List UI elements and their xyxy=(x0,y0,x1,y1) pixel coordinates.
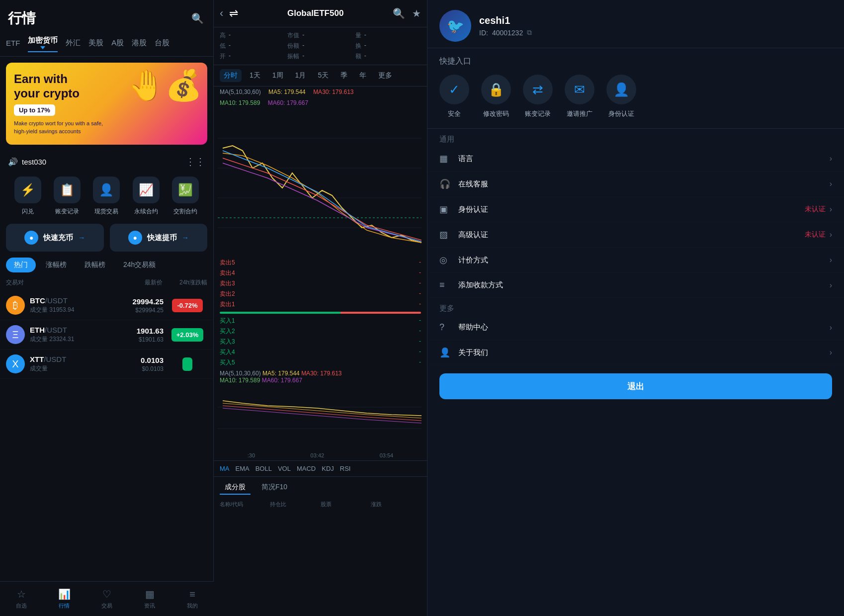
stat-col-3: 量 - 换 - 额 - xyxy=(355,31,421,61)
promo-banner[interactable]: Earn withyour crypto Up to 17% Make cryp… xyxy=(6,63,207,145)
menu-help[interactable]: ? 帮助中心 › xyxy=(427,315,844,340)
watchlist-menu-icon[interactable]: ⋮⋮ xyxy=(185,156,205,168)
flash-swap-icon: ⚡ xyxy=(14,176,41,203)
change-password-icon: 🔒 xyxy=(481,75,511,104)
menu-advanced-verify[interactable]: ▨ 高级认证 未认证 › xyxy=(427,222,844,248)
market-tab-hot[interactable]: 热门 xyxy=(6,258,36,272)
identity-icon: 👤 xyxy=(606,75,636,104)
ma5-label: MA5: 179.544 xyxy=(268,88,306,95)
sell-row-4: 卖出4 - xyxy=(220,268,421,278)
swap-icon[interactable]: ⇌ xyxy=(229,7,238,20)
indicator-ma[interactable]: MA xyxy=(220,465,230,472)
quick-deposit-button[interactable]: ● 快速充币 → xyxy=(6,224,104,252)
buy-2-value: - xyxy=(419,327,421,336)
eth-logo: Ξ xyxy=(6,325,25,344)
chart-tab-minute[interactable]: 分时 xyxy=(220,69,242,82)
chart-tab-year[interactable]: 年 xyxy=(355,69,370,82)
tab-hk-stock[interactable]: 港股 xyxy=(132,36,147,50)
indicator-boll[interactable]: BOLL xyxy=(255,465,272,472)
tab-forex[interactable]: 外汇 xyxy=(66,36,81,50)
tab-tw-stock[interactable]: 台股 xyxy=(155,36,169,50)
action-perpetual[interactable]: 📈 永续合约 xyxy=(133,176,160,216)
sell-4-label: 卖出4 xyxy=(220,269,235,277)
chart-tab-quarter[interactable]: 季 xyxy=(337,69,351,82)
list-item-btc[interactable]: ₿ BTC/USDT 成交量 31953.94 29994.25 $29994.… xyxy=(0,291,213,320)
indicator-macd[interactable]: MACD xyxy=(297,465,316,472)
menu-pricing[interactable]: ◎ 计价方式 › xyxy=(427,248,844,273)
menu-customer-service[interactable]: 🎧 在线客服 › xyxy=(427,172,844,197)
fund-col-stock: 股票 xyxy=(321,501,371,508)
about-label: 关于我们 xyxy=(458,348,830,357)
mid-header-icons: 🔍 ★ xyxy=(393,7,421,19)
id-verify-label: 身份认证 xyxy=(458,205,805,214)
left-nav-mine[interactable]: ≡ 我的 xyxy=(171,585,214,614)
xtt-info: XTT/USDT 成交量 xyxy=(30,355,114,373)
time-label-2: 03:42 xyxy=(311,452,325,458)
tab-crypto[interactable]: 加密货币 xyxy=(28,34,58,52)
indicator-vol[interactable]: VOL xyxy=(278,465,291,472)
tab-etf[interactable]: ETF xyxy=(6,37,20,49)
chart-tab-1m[interactable]: 1月 xyxy=(291,69,310,82)
tab-us-stock[interactable]: 美股 xyxy=(88,36,103,50)
time-axis: :30 03:42 03:54 xyxy=(214,450,427,460)
quick-withdraw-button[interactable]: ● 快速提币 → xyxy=(110,224,208,252)
ma10-label: MA10: 179.589 xyxy=(220,99,260,106)
copy-icon[interactable]: ⧉ xyxy=(527,28,532,37)
order-separator xyxy=(220,312,421,314)
chart-tab-1w[interactable]: 1周 xyxy=(268,69,287,82)
left-nav-watchlist[interactable]: ☆ 自选 xyxy=(0,584,43,614)
qa-identity[interactable]: 👤 身份认证 xyxy=(606,75,636,118)
list-item-xtt[interactable]: X XTT/USDT 成交量 0.0103 $0.0103 xyxy=(0,350,213,379)
left-nav-news[interactable]: ▦ 资讯 xyxy=(128,584,171,614)
promo-sub: Make crypto wort for you with a safe, hi… xyxy=(14,120,103,135)
fund-tab-brief[interactable]: 简况F10 xyxy=(256,481,292,495)
profile-section: 🐦 ceshi1 ID: 40001232 ⧉ xyxy=(427,0,844,48)
mid-search-icon[interactable]: 🔍 xyxy=(393,7,405,19)
chart-tab-more[interactable]: 更多 xyxy=(374,69,396,82)
action-delivery[interactable]: 💹 交割合约 xyxy=(172,176,199,216)
chart-tab-5d[interactable]: 5天 xyxy=(314,69,333,82)
perpetual-icon: 📈 xyxy=(133,176,160,203)
menu-id-verify[interactable]: ▣ 身份认证 未认证 › xyxy=(427,197,844,222)
xtt-pair: XTT/USDT xyxy=(30,355,114,363)
qa-security[interactable]: ✓ 安全 xyxy=(439,75,469,118)
sell-row-3: 卖出3 - xyxy=(220,278,421,289)
buy-row-3: 买入3 - xyxy=(220,337,421,347)
help-arrow: › xyxy=(830,323,832,332)
back-icon[interactable]: ‹ xyxy=(220,7,223,20)
customer-service-arrow: › xyxy=(830,179,832,188)
qa-change-password[interactable]: 🔒 修改密码 xyxy=(481,75,511,118)
eth-volume: 成交量 23324.31 xyxy=(30,335,114,344)
menu-language[interactable]: ▦ 语言 › xyxy=(427,146,844,172)
logout-button[interactable]: 退出 xyxy=(439,373,832,399)
menu-add-payment[interactable]: ≡ 添加收款方式 › xyxy=(427,273,844,298)
qa-account-log[interactable]: ⇄ 账变记录 xyxy=(523,75,553,118)
left-nav-trade[interactable]: ♡ 交易 xyxy=(85,584,128,614)
watchlist-label: test030 xyxy=(22,158,46,166)
advanced-verify-arrow: › xyxy=(830,230,832,239)
left-panel: 行情 🔍 ETF 加密货币 外汇 美股 A股 港股 台股 Earn withyo… xyxy=(0,0,214,616)
left-nav-market[interactable]: 📊 行情 xyxy=(43,584,85,614)
fund-tab-components[interactable]: 成分股 xyxy=(220,481,251,495)
tab-a-stock[interactable]: A股 xyxy=(111,36,124,50)
chart-tab-1d[interactable]: 1天 xyxy=(246,69,264,82)
market-tab-losers[interactable]: 跌幅榜 xyxy=(77,258,113,272)
indicator-rsi[interactable]: RSI xyxy=(340,465,351,472)
indicator-kdj[interactable]: KDJ xyxy=(322,465,334,472)
menu-about[interactable]: 👤 关于我们 › xyxy=(427,340,844,365)
btc-pair: BTC/USDT xyxy=(30,296,114,305)
indicator-ema[interactable]: EMA xyxy=(236,465,250,472)
list-item-eth[interactable]: Ξ ETH/USDT 成交量 23324.31 1901.63 $1901.63… xyxy=(0,320,213,350)
qa-invite[interactable]: ✉ 邀请推广 xyxy=(565,75,594,118)
action-account-records[interactable]: 📋 账变记录 xyxy=(54,176,81,216)
stat-low: 低 - xyxy=(220,42,285,50)
market-tab-gainers[interactable]: 涨幅榜 xyxy=(38,258,75,272)
sell-2-label: 卖出2 xyxy=(220,290,235,298)
ma60-label: MA60: 179.667 xyxy=(268,99,308,106)
market-tab-volume[interactable]: 24h交易额 xyxy=(115,258,164,272)
more-section-title: 更多 xyxy=(427,298,844,315)
mid-star-icon[interactable]: ★ xyxy=(412,7,421,19)
action-flash-swap[interactable]: ⚡ 闪兑 xyxy=(14,176,41,216)
action-spot-trade[interactable]: 👤 现货交易 xyxy=(93,176,120,216)
search-icon[interactable]: 🔍 xyxy=(189,10,205,26)
